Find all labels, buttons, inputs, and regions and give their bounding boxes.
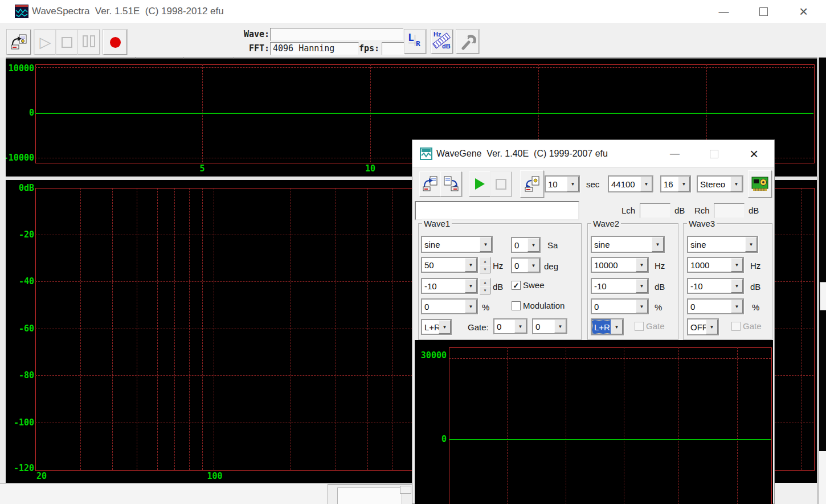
dropdown-arrow-icon[interactable]: ▼ (652, 237, 664, 252)
settings-button[interactable] (456, 30, 479, 54)
rch-level-field (714, 203, 745, 218)
stop-button[interactable] (56, 30, 78, 55)
wave2-duty-select[interactable]: 0 ▼ (591, 298, 649, 314)
wg-save-file-button[interactable] (440, 171, 462, 196)
wave3-frequency-select[interactable]: 1000 ▼ (687, 257, 744, 273)
spin-down-icon[interactable]: ▼ (480, 286, 490, 294)
wave1-duty-select[interactable]: 0 ▼ (421, 298, 478, 314)
dropdown-arrow-icon[interactable]: ▼ (678, 177, 690, 191)
wave2-frequency-value: 10000 (592, 258, 637, 272)
dropdown-arrow-icon[interactable]: ▼ (706, 319, 718, 334)
wave1-waveform-value: sine (422, 237, 481, 252)
dropdown-arrow-icon[interactable]: ▼ (465, 300, 477, 313)
signal-trace (35, 113, 813, 114)
record-button[interactable] (103, 30, 127, 55)
channel-mode-select[interactable]: Stereo ▼ (697, 175, 743, 192)
dropdown-arrow-icon[interactable]: ▼ (640, 177, 652, 191)
dropdown-arrow-icon[interactable]: ▼ (730, 177, 742, 191)
stop-icon (496, 179, 506, 190)
wave3-waveform-select[interactable]: sine ▼ (687, 236, 758, 253)
dropdown-arrow-icon[interactable]: ▼ (528, 259, 539, 272)
spin-down-icon[interactable]: ▼ (480, 265, 490, 273)
wave1-level-unit: dB (493, 282, 503, 292)
wave1-duty-unit: % (482, 302, 489, 312)
wave1-level-select[interactable]: -10 ▼ (421, 278, 478, 294)
wave1-channel-select[interactable]: L+R ▼ (421, 319, 452, 335)
wavespectra-app-icon (15, 5, 28, 18)
wg-export-wave-button[interactable] (520, 170, 544, 198)
wave2-channel-select[interactable]: L+R ▼ (591, 318, 624, 335)
wave3-duty-select[interactable]: 0 ▼ (687, 298, 744, 314)
dropdown-arrow-icon[interactable]: ▼ (636, 258, 648, 272)
wave3-channel-value: OFF (688, 319, 707, 334)
wave1-harmonic-select[interactable]: 0 ▼ (511, 237, 541, 253)
lr-channel-button[interactable]: L R (404, 30, 426, 54)
dropdown-arrow-icon[interactable]: ▼ (465, 279, 477, 293)
open-wave-file-button[interactable] (7, 30, 31, 55)
wave1-gate-count-select[interactable]: 0 ▼ (532, 318, 567, 334)
wavespectra-maximize-button[interactable] (751, 0, 776, 23)
dropdown-arrow-icon[interactable]: ▼ (745, 237, 757, 252)
wave1-waveform-select[interactable]: sine ▼ (421, 236, 493, 253)
y-axis-label: 0dB (19, 183, 34, 193)
bit-depth-select[interactable]: 16 ▼ (660, 175, 691, 192)
y-axis-label: -100 (14, 417, 34, 428)
y-axis-label: -120 (14, 463, 34, 473)
l-channel-icon: L (408, 31, 414, 43)
wave3-gate-checkbox[interactable] (731, 322, 741, 331)
wave1-modulation-checkbox[interactable] (512, 301, 521, 310)
wg-stop-button[interactable] (490, 171, 512, 196)
dropdown-arrow-icon[interactable]: ▼ (731, 300, 743, 313)
dropdown-arrow-icon[interactable]: ▼ (731, 279, 743, 293)
wave1-harmonic-value: 0 (512, 238, 529, 252)
wavespectra-minimize-button[interactable]: — (711, 0, 737, 23)
wg-open-file-button[interactable] (419, 171, 441, 196)
wave2-gate-checkbox[interactable] (635, 322, 644, 331)
wavegene-close-button[interactable]: × (741, 142, 767, 165)
wave2-frequency-select[interactable]: 10000 ▼ (591, 257, 649, 273)
save-file-icon (443, 176, 459, 192)
spin-up-icon[interactable]: ▲ (480, 278, 490, 286)
wave2-level-select[interactable]: -10 ▼ (591, 278, 649, 294)
wave3-level-select[interactable]: -10 ▼ (687, 278, 744, 294)
wave2-waveform-select[interactable]: sine ▼ (591, 236, 665, 253)
wavegene-minimize-button[interactable]: — (662, 142, 688, 165)
wave1-frequency-spinner[interactable]: ▲ ▼ (480, 257, 489, 273)
wave1-level-spinner[interactable]: ▲ ▼ (480, 278, 489, 294)
wg-soundcard-button[interactable] (748, 170, 772, 198)
wave1-gate-time-select[interactable]: 0 ▼ (493, 318, 528, 334)
dropdown-arrow-icon[interactable]: ▼ (480, 237, 492, 252)
wave2-duty-value: 0 (592, 300, 637, 313)
wavespectra-titlebar[interactable]: WaveSpectra Ver. 1.51E (C) 1998-2012 efu… (0, 0, 826, 23)
dropdown-arrow-icon[interactable]: ▼ (528, 238, 539, 252)
fft-field[interactable]: 4096 Hanning (270, 42, 359, 55)
dropdown-arrow-icon[interactable]: ▼ (567, 177, 579, 191)
wave1-frequency-select[interactable]: 50 ▼ (421, 257, 478, 273)
wavespectra-close-button[interactable]: × (791, 0, 816, 23)
wave1-sweep-checkbox[interactable]: ✓ (512, 281, 521, 290)
dropdown-arrow-icon[interactable]: ▼ (465, 258, 477, 272)
dropdown-arrow-icon[interactable]: ▼ (731, 258, 743, 272)
spin-up-icon[interactable]: ▲ (480, 257, 490, 265)
fps-field[interactable] (382, 42, 406, 55)
dropdown-arrow-icon[interactable]: ▼ (636, 279, 648, 293)
wave-file-field[interactable] (270, 28, 403, 41)
hz-db-scale-button[interactable]: Hz dB (431, 30, 453, 54)
file-name-input[interactable] (415, 201, 579, 220)
sample-rate-select[interactable]: 44100 ▼ (608, 175, 653, 192)
wave3-channel-select[interactable]: OFF ▼ (687, 318, 719, 335)
wavegene-titlebar[interactable]: WaveGene Ver. 1.40E (C) 1999-2007 efu — … (412, 140, 774, 167)
dropdown-arrow-icon[interactable]: ▼ (554, 319, 566, 333)
play-button[interactable]: ▷ (34, 30, 56, 55)
wg-play-button[interactable] (469, 171, 490, 196)
dropdown-arrow-icon[interactable]: ▼ (514, 319, 526, 333)
duration-select[interactable]: 10 ▼ (545, 175, 580, 192)
wave1-phase-select[interactable]: 0 ▼ (511, 257, 541, 273)
dropdown-arrow-icon[interactable]: ▼ (636, 300, 648, 313)
pause-button[interactable] (77, 30, 100, 55)
wave1-gate-count-value: 0 (533, 319, 555, 333)
wavegene-maximize-button[interactable] (701, 142, 727, 165)
wave2-gate-label: Gate (646, 321, 665, 331)
dropdown-arrow-icon[interactable]: ▼ (439, 320, 451, 334)
dropdown-arrow-icon[interactable]: ▼ (611, 319, 623, 334)
